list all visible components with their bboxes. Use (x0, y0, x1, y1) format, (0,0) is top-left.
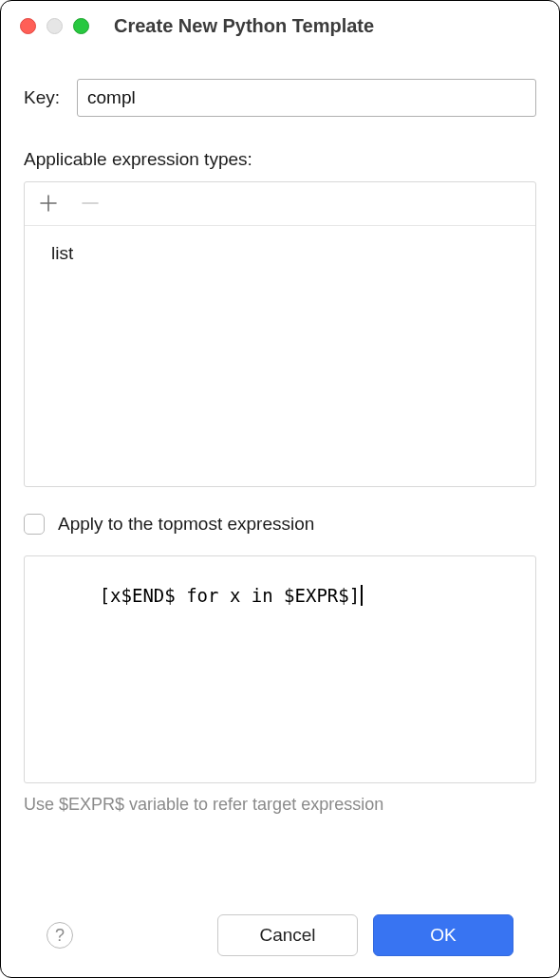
dialog-footer: ? Cancel OK (24, 897, 536, 977)
expression-types-list[interactable]: list (25, 226, 535, 486)
key-input[interactable] (77, 79, 536, 117)
expression-types-label: Applicable expression types: (24, 149, 536, 170)
dialog-content: Key: Applicable expression types: list (1, 47, 559, 977)
remove-type-button[interactable] (74, 188, 106, 220)
titlebar: Create New Python Template (1, 1, 559, 47)
add-type-button[interactable] (32, 188, 65, 220)
plus-icon (40, 193, 57, 216)
close-window-button[interactable] (20, 18, 36, 34)
dialog-window: Create New Python Template Key: Applicab… (0, 0, 560, 978)
dialog-title: Create New Python Template (114, 15, 374, 37)
expression-types-box: list (24, 181, 536, 487)
zoom-window-button[interactable] (73, 18, 89, 34)
template-text: [x$END$ for x in $EXPR$] (100, 585, 361, 606)
traffic-lights (20, 18, 89, 34)
expression-types-toolbar (25, 182, 535, 226)
key-row: Key: (24, 79, 536, 117)
apply-topmost-row: Apply to the topmost expression (24, 514, 536, 535)
text-caret (361, 585, 363, 606)
apply-topmost-checkbox[interactable] (24, 514, 45, 535)
apply-topmost-label: Apply to the topmost expression (58, 514, 314, 535)
key-label: Key: (24, 87, 60, 108)
ok-button[interactable]: OK (373, 914, 513, 956)
footer-buttons: Cancel OK (217, 914, 513, 956)
template-textarea[interactable]: [x$END$ for x in $EXPR$] (24, 555, 536, 783)
help-button[interactable]: ? (47, 922, 73, 949)
minimize-window-button[interactable] (47, 18, 63, 34)
list-item[interactable]: list (51, 243, 509, 264)
help-icon: ? (55, 926, 65, 946)
cancel-button[interactable]: Cancel (217, 914, 358, 956)
minus-icon (82, 193, 99, 216)
hint-text: Use $EXPR$ variable to refer target expr… (24, 795, 536, 815)
